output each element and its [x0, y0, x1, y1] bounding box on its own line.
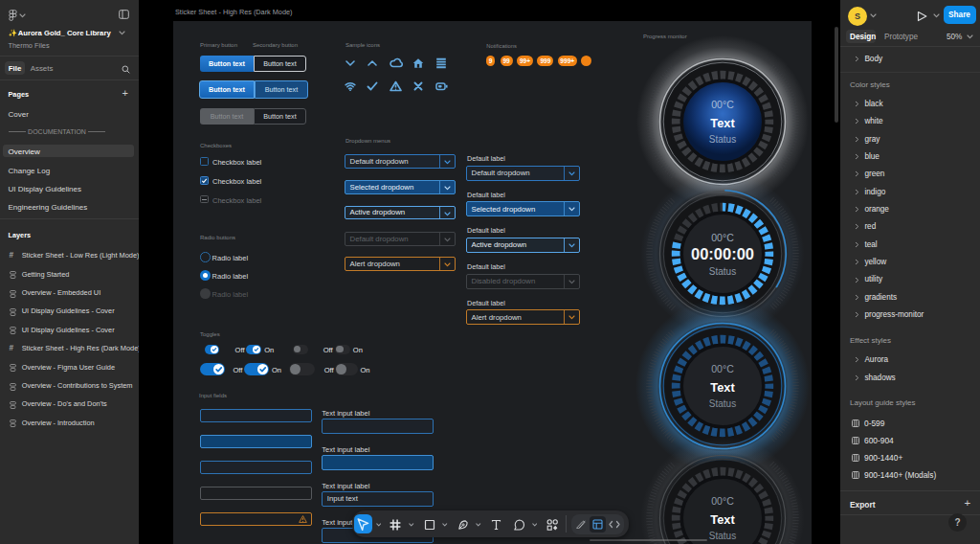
svg-text:00°C: 00°C	[711, 363, 734, 374]
svg-text:Text: Text	[710, 380, 735, 395]
svg-text:Text: Text	[710, 511, 735, 526]
svg-text:00°C: 00°C	[711, 494, 734, 506]
svg-text:Status: Status	[709, 134, 736, 145]
svg-text:Text: Text	[710, 116, 735, 130]
svg-text:Status: Status	[709, 266, 736, 277]
svg-text:00°C: 00°C	[711, 99, 734, 110]
svg-text:00°C: 00°C	[711, 232, 734, 243]
svg-text:Status: Status	[709, 531, 736, 541]
svg-text:00:00:00: 00:00:00	[691, 244, 754, 261]
svg-text:Status: Status	[709, 398, 736, 409]
